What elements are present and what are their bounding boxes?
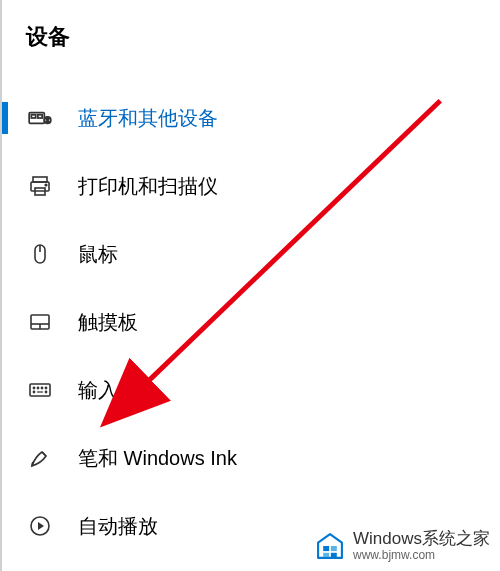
bluetooth-devices-icon [26, 104, 54, 132]
nav-item-label: 蓝牙和其他设备 [78, 105, 218, 132]
svg-point-14 [33, 387, 34, 388]
keyboard-icon [26, 376, 54, 404]
watermark-brand-b: 系统之家 [422, 529, 490, 548]
touchpad-icon [26, 308, 54, 336]
svg-point-7 [45, 184, 47, 186]
svg-rect-28 [331, 553, 337, 557]
mouse-icon [26, 240, 54, 268]
svg-rect-1 [31, 115, 35, 118]
nav-item-pen[interactable]: 笔和 Windows Ink [2, 424, 500, 492]
nav-item-label: 输入 [78, 377, 118, 404]
watermark-logo-icon [313, 529, 347, 563]
nav-item-typing[interactable]: 输入 [2, 356, 500, 424]
nav-item-bluetooth[interactable]: 蓝牙和其他设备 [2, 84, 500, 152]
nav-item-mouse[interactable]: 鼠标 [2, 220, 500, 288]
svg-rect-25 [323, 546, 329, 551]
nav-item-label: 笔和 Windows Ink [78, 445, 237, 472]
watermark-brand-a: Windows [353, 529, 422, 548]
svg-rect-27 [323, 553, 329, 557]
nav-item-label: 自动播放 [78, 513, 158, 540]
settings-devices-panel: 设备 蓝牙和其他设备 [0, 0, 500, 571]
svg-point-18 [33, 391, 34, 392]
svg-rect-2 [38, 115, 42, 118]
nav-item-label: 鼠标 [78, 241, 118, 268]
svg-point-20 [45, 391, 46, 392]
svg-rect-13 [30, 384, 50, 396]
watermark: Windows系统之家 www.bjmw.com [313, 529, 490, 563]
nav-item-printers[interactable]: 打印机和扫描仪 [2, 152, 500, 220]
svg-point-15 [37, 387, 38, 388]
nav-item-label: 触摸板 [78, 309, 138, 336]
svg-point-16 [41, 387, 42, 388]
pen-icon [26, 444, 54, 472]
autoplay-icon [26, 512, 54, 540]
watermark-url: www.bjmw.com [353, 549, 490, 562]
svg-marker-22 [38, 522, 44, 530]
printer-icon [26, 172, 54, 200]
nav-list: 蓝牙和其他设备 打印机和扫描仪 鼠标 [2, 84, 500, 560]
nav-item-touchpad[interactable]: 触摸板 [2, 288, 500, 356]
svg-point-17 [45, 387, 46, 388]
svg-rect-26 [331, 546, 337, 551]
nav-item-label: 打印机和扫描仪 [78, 173, 218, 200]
watermark-text: Windows系统之家 www.bjmw.com [353, 530, 490, 562]
page-title: 设备 [2, 0, 500, 60]
